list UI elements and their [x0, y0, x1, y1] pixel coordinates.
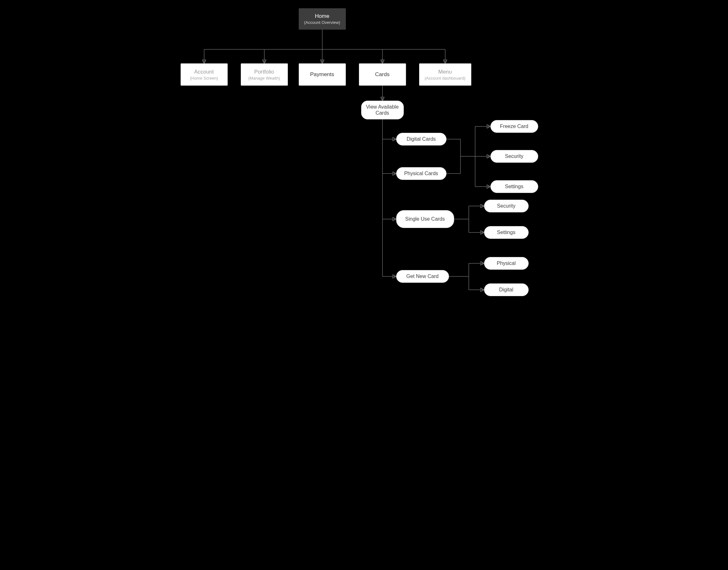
node-view-available-cards-label: View Available Cards [366, 104, 399, 116]
node-su-security[interactable]: Security [484, 200, 529, 212]
node-single-use-cards[interactable]: Single Use Cards [396, 210, 454, 228]
node-portfolio-title: Portfolio [254, 69, 274, 75]
node-home-title: Home [315, 13, 329, 19]
node-su-security-label: Security [497, 203, 516, 209]
node-dp-security-label: Security [505, 154, 523, 159]
node-dp-settings-label: Settings [505, 184, 523, 190]
node-freeze-card-label: Freeze Card [500, 123, 528, 129]
node-account[interactable]: Account (Home Screen) [181, 63, 228, 86]
node-cards[interactable]: Cards [359, 63, 406, 86]
node-payments[interactable]: Payments [299, 63, 346, 86]
node-gn-physical-label: Physical [497, 261, 516, 266]
node-home[interactable]: Home (Account Overview) [299, 8, 346, 30]
node-view-available-cards[interactable]: View Available Cards [361, 101, 404, 119]
node-freeze-card[interactable]: Freeze Card [490, 120, 538, 133]
node-su-settings-label: Settings [497, 230, 516, 235]
node-get-new-card[interactable]: Get New Card [396, 270, 449, 283]
node-physical-cards[interactable]: Physical Cards [396, 167, 447, 180]
node-digital-cards-label: Digital Cards [407, 136, 436, 142]
node-dp-security[interactable]: Security [490, 150, 538, 163]
node-portfolio-sub: (Manage Wealth) [248, 76, 280, 80]
node-gn-digital-label: Digital [499, 287, 513, 293]
node-cards-title: Cards [375, 71, 390, 78]
node-account-sub: (Home Screen) [190, 76, 218, 80]
node-get-new-card-label: Get New Card [406, 274, 439, 279]
node-menu-sub: (Account dashbouard) [425, 76, 466, 80]
node-su-settings[interactable]: Settings [484, 226, 529, 239]
node-gn-digital[interactable]: Digital [484, 283, 529, 296]
node-account-title: Account [194, 69, 214, 75]
node-portfolio[interactable]: Portfolio (Manage Wealth) [241, 63, 288, 86]
node-home-sub: (Account Overview) [304, 20, 340, 25]
node-gn-physical[interactable]: Physical [484, 257, 529, 270]
node-menu[interactable]: Menu (Account dashbouard) [419, 63, 471, 86]
sitemap-canvas: Home (Account Overview) Account (Home Sc… [170, 0, 558, 304]
node-physical-cards-label: Physical Cards [404, 171, 438, 177]
node-dp-settings[interactable]: Settings [490, 180, 538, 193]
node-payments-title: Payments [310, 71, 334, 78]
node-menu-title: Menu [438, 69, 452, 75]
node-single-use-cards-label: Single Use Cards [405, 216, 445, 222]
node-digital-cards[interactable]: Digital Cards [396, 133, 447, 146]
